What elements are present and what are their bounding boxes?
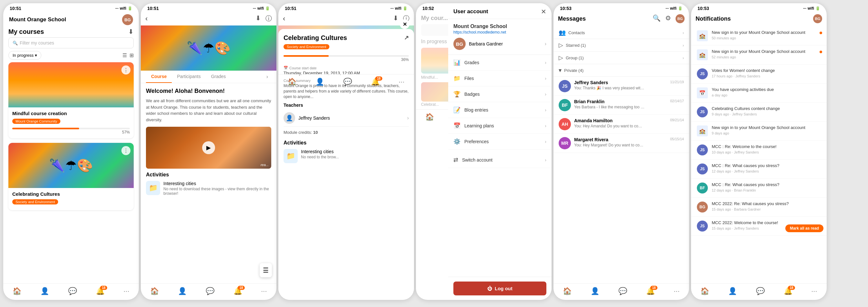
- nav-more[interactable]: ···: [123, 287, 129, 296]
- notif-item-0[interactable]: 🏫 New sign in to your Mount Orange Schoo…: [691, 27, 827, 45]
- course-card-mindful[interactable]: ⋮ Mindful course creation Mount Orange C…: [8, 62, 134, 138]
- grid-view-icon[interactable]: ⊞: [129, 52, 134, 58]
- notif-item-4[interactable]: JS Celebrating Cultures content change 9…: [691, 103, 827, 122]
- in-progress-filter[interactable]: In progress ▾: [8, 51, 41, 60]
- notif-item-7[interactable]: JS MCC : Re: What causes you stress? 12 …: [691, 160, 827, 179]
- group-section[interactable]: ▷ Group (1) ›: [554, 52, 689, 64]
- tab-grades[interactable]: Grades: [206, 71, 231, 83]
- nav-profile-6[interactable]: 👤: [728, 287, 737, 296]
- preferences-icon: ⚙️: [454, 138, 461, 145]
- ua-menu-files[interactable]: 📁 Files ›: [448, 71, 552, 87]
- ua-menu-preferences[interactable]: ⚙️ Preferences ›: [448, 134, 552, 150]
- status-icons-6: ··· wifi 🔋: [803, 6, 820, 11]
- tab-course[interactable]: Course: [146, 71, 172, 83]
- private-section-header[interactable]: ▾ Private (4): [554, 64, 689, 77]
- teacher-row[interactable]: 👤 Jeffrey Sanders ›: [283, 110, 409, 127]
- notif-text-7: MCC : Re: What causes you stress?: [712, 163, 822, 169]
- download-icon-2[interactable]: ⬇: [255, 14, 261, 23]
- user-avatar-5[interactable]: BG: [676, 14, 685, 23]
- msg-item-brian[interactable]: BF Brian Franklin 02/14/17 Yes Barbara -…: [554, 96, 689, 115]
- nav-home-5[interactable]: 🏠: [563, 287, 571, 296]
- nav-profile-5[interactable]: 👤: [591, 287, 599, 296]
- download-icon[interactable]: ⬇: [128, 28, 134, 35]
- user-avatar[interactable]: BG: [122, 14, 133, 25]
- notif-icon-9: BG: [696, 201, 709, 213]
- notif-item-3[interactable]: 📅 You have upcoming activities due a day…: [691, 83, 827, 103]
- search-icon-5[interactable]: 🔍: [653, 14, 661, 23]
- contacts-section[interactable]: 👥 Contacts ›: [554, 27, 689, 39]
- time-3: 10:51: [285, 6, 297, 11]
- notif-item-5[interactable]: 🏫 New sign in to your Mount Orange Schoo…: [691, 122, 827, 141]
- course-more-btn-2[interactable]: ⋮: [121, 146, 130, 155]
- notif-item-10[interactable]: JS MCC 2022: Welcome to the course! 15 d…: [691, 217, 827, 236]
- nav-home[interactable]: 🏠: [12, 287, 21, 296]
- course-img-sunset: [8, 62, 134, 107]
- ua-close-btn[interactable]: ✕: [541, 8, 547, 15]
- ua-school-url[interactable]: https://school.moodledemo.net: [454, 30, 547, 35]
- course-more-btn[interactable]: ⋮: [121, 65, 130, 74]
- nav-notifications-3[interactable]: 🔔 18: [371, 78, 380, 86]
- ua-menu-badges[interactable]: 🏆 Badges ›: [448, 87, 552, 102]
- user-avatar-6[interactable]: BG: [813, 14, 822, 23]
- notif-item-8[interactable]: BF MCC : Re: What causes you stress? 12 …: [691, 179, 827, 198]
- back-button[interactable]: ‹: [145, 14, 148, 23]
- preferences-chevron: ›: [545, 139, 547, 144]
- notif-badge-5: 18: [650, 286, 657, 290]
- ua-menu-grades[interactable]: 📊 Grades ›: [448, 55, 552, 71]
- nav-home-3[interactable]: 🏠: [288, 78, 297, 86]
- notif-school-icon-3: 📅: [697, 88, 708, 98]
- course-card-cultures[interactable]: 🌂☂🎨 ⋮ Celebrating Cultures Society and E…: [8, 143, 134, 210]
- ua-menu-blog[interactable]: 📝 Blog entries ›: [448, 102, 552, 118]
- nav-profile-2[interactable]: 👤: [178, 287, 187, 296]
- msg-item-jeffrey[interactable]: JS Jeffrey Sanders 11/21/19 You: Thanks …: [554, 77, 689, 96]
- nav-profile-3[interactable]: 👤: [315, 78, 324, 86]
- nav-messages-3[interactable]: 💬: [343, 78, 352, 86]
- nav-messages[interactable]: 💬: [68, 287, 77, 296]
- nav-notifications-6[interactable]: 🔔 18: [784, 287, 793, 296]
- nav-notifications[interactable]: 🔔 18: [96, 287, 104, 296]
- nav-messages-5[interactable]: 💬: [618, 287, 627, 296]
- nav-notifications-2[interactable]: 🔔 18: [234, 287, 242, 296]
- notif-item-9[interactable]: BG MCC 2022: Re: What causes you stress?…: [691, 198, 827, 217]
- notif-item-6[interactable]: JS MCC : Re: Welcome to the course! 10 d…: [691, 141, 827, 160]
- close-btn[interactable]: ✕: [400, 19, 409, 29]
- nav-messages-6[interactable]: 💬: [756, 287, 765, 296]
- search-bar[interactable]: 🔍 Filter my courses: [8, 37, 134, 48]
- starred-section[interactable]: ▷ Starred (1) ›: [554, 39, 689, 52]
- nav-more-5[interactable]: ···: [674, 287, 679, 296]
- nav-home-6[interactable]: 🏠: [701, 287, 709, 296]
- nav-messages-2[interactable]: 💬: [206, 287, 214, 296]
- play-button[interactable]: ▶: [202, 141, 215, 154]
- notif-item-1[interactable]: 🏫 New sign in to your Mount Orange Schoo…: [691, 45, 827, 65]
- ua-menu-learning-plans[interactable]: 📅 Learning plans ›: [448, 118, 552, 134]
- nav-more-3[interactable]: ···: [399, 78, 404, 86]
- nav-notifications-5[interactable]: 🔔 18: [646, 287, 655, 296]
- detail-panel: Celebrating Cultures ↗ Society and Envir…: [278, 29, 414, 300]
- nav-home-2[interactable]: 🏠: [150, 287, 159, 296]
- ua-menu-switch-account[interactable]: ⇄ Switch account ›: [448, 152, 552, 168]
- grades-label: Grades: [464, 60, 541, 65]
- tab-more[interactable]: ›: [263, 71, 271, 83]
- ua-user-chevron[interactable]: ›: [545, 41, 547, 47]
- mark-all-read-btn[interactable]: Mark all as read: [785, 225, 824, 232]
- nav-more-2[interactable]: ···: [261, 287, 267, 296]
- list-view-icon[interactable]: ☰: [122, 52, 127, 58]
- nav-more-6[interactable]: ···: [811, 287, 817, 296]
- tab-participants[interactable]: Participants: [172, 71, 206, 83]
- download-icon-3[interactable]: ⬇: [393, 14, 399, 23]
- nav-profile[interactable]: 👤: [40, 287, 49, 296]
- info-icon[interactable]: ⓘ: [266, 14, 272, 23]
- notif-item-2[interactable]: JS Votes for Women! content change 17 ho…: [691, 65, 827, 83]
- p3-activity-1[interactable]: 📁 Interesting cities No need to the brow…: [283, 149, 409, 163]
- msg-item-amanda[interactable]: AH Amanda Hamilton 09/21/14 You: Hey Ama…: [554, 115, 689, 134]
- fab-list-btn[interactable]: ☰: [259, 263, 272, 277]
- msg-item-margaret[interactable]: MR Margaret Rivera 05/15/14 You: Hey Mar…: [554, 134, 689, 153]
- back-button-3[interactable]: ‹: [283, 14, 285, 23]
- nav-home-4[interactable]: 🏠: [425, 113, 434, 121]
- settings-icon-5[interactable]: ⚙: [665, 14, 671, 23]
- switch-account-icon: ⇄: [454, 157, 458, 164]
- activity-item-1[interactable]: 📁 Interesting cities No need to download…: [146, 181, 271, 196]
- logout-button[interactable]: ⏻ Log out: [454, 281, 547, 296]
- open-external-icon[interactable]: ↗: [404, 34, 409, 41]
- search-icon: 🔍: [12, 41, 18, 45]
